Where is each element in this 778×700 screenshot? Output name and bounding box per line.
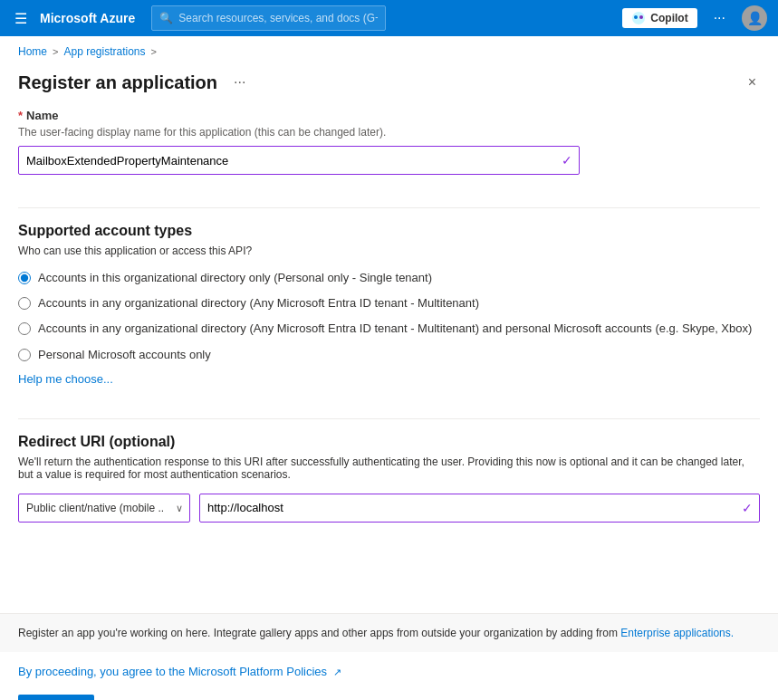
copilot-button[interactable]: Copilot	[622, 8, 696, 28]
account-types-title: Supported account types	[18, 223, 760, 239]
breadcrumb-sep-2: >	[151, 46, 157, 57]
nav-bar: ☰ Microsoft Azure 🔍 Copilot ··· 👤	[0, 0, 778, 36]
redirect-uri-title: Redirect URI (optional)	[18, 434, 760, 450]
radio-multitenant-personal-label: Accounts in any organizational directory…	[38, 321, 752, 337]
redirect-uri-input[interactable]	[199, 494, 760, 523]
svg-point-0	[632, 12, 645, 24]
account-types-section: Supported account types Who can use this…	[0, 207, 778, 404]
register-section: Register	[0, 687, 778, 700]
close-button[interactable]: ×	[744, 71, 760, 94]
radio-multitenant-label: Accounts in any organizational directory…	[38, 295, 479, 312]
name-input[interactable]	[18, 146, 580, 175]
page-header: Register an application ··· ×	[0, 63, 778, 109]
azure-brand-title: Microsoft Azure	[40, 11, 135, 25]
page-more-icon[interactable]: ···	[228, 72, 251, 92]
footer-info: Register an app you're working on here. …	[0, 613, 778, 652]
external-link-icon: ↗	[333, 666, 341, 677]
radio-option-multitenant-personal[interactable]: Accounts in any organizational directory…	[18, 321, 760, 337]
account-types-description: Who can use this application or access t…	[18, 245, 760, 257]
help-me-choose-link[interactable]: Help me choose...	[18, 372, 113, 386]
client-type-select[interactable]: Web Single-page application (SPA) Public…	[18, 494, 190, 523]
breadcrumb-home[interactable]: Home	[18, 45, 47, 58]
global-search-box[interactable]: 🔍	[151, 5, 386, 31]
main-container: Home > App registrations > Register an a…	[0, 36, 778, 700]
footer-info-text: Register an app you're working on here. …	[18, 627, 618, 639]
policy-text: By proceeding, you agree to the Microsof…	[18, 665, 327, 678]
radio-single-tenant[interactable]	[18, 272, 31, 284]
radio-multitenant-personal[interactable]	[18, 322, 31, 335]
spacer	[0, 559, 778, 595]
radio-multitenant[interactable]	[18, 297, 31, 310]
name-label-text: Name	[26, 109, 58, 122]
radio-personal-only[interactable]	[18, 349, 31, 361]
name-check-icon: ✓	[562, 153, 572, 168]
name-section: * Name The user-facing display name for …	[0, 109, 778, 193]
client-type-select-wrapper: Web Single-page application (SPA) Public…	[18, 494, 190, 523]
register-button[interactable]: Register	[18, 695, 94, 700]
copilot-icon	[631, 11, 646, 25]
name-field-label: * Name	[18, 109, 760, 122]
nav-more-icon[interactable]: ···	[706, 6, 733, 30]
search-icon: 🔍	[159, 12, 173, 24]
uri-check-icon: ✓	[742, 501, 753, 515]
breadcrumb: Home > App registrations >	[0, 36, 778, 63]
svg-point-1	[634, 15, 638, 19]
radio-personal-only-label: Personal Microsoft accounts only	[38, 347, 211, 363]
radio-option-multitenant[interactable]: Accounts in any organizational directory…	[18, 295, 760, 312]
page-header-left: Register an application ···	[18, 72, 251, 93]
user-avatar[interactable]: 👤	[742, 5, 767, 31]
breadcrumb-sep-1: >	[53, 46, 58, 57]
divider-2	[18, 418, 760, 419]
redirect-uri-description: We'll return the authentication response…	[18, 455, 760, 481]
uri-input-wrapper: ✓	[199, 494, 760, 523]
name-input-wrapper: ✓	[18, 146, 580, 175]
radio-option-single-tenant[interactable]: Accounts in this organizational director…	[18, 270, 760, 286]
policy-section: By proceeding, you agree to the Microsof…	[0, 652, 778, 687]
name-field-description: The user-facing display name for this ap…	[18, 126, 760, 139]
redirect-uri-row: Web Single-page application (SPA) Public…	[18, 494, 760, 523]
redirect-uri-section: Redirect URI (optional) We'll return the…	[0, 418, 778, 541]
search-input[interactable]	[178, 12, 378, 24]
account-types-radio-group: Accounts in this organizational director…	[18, 270, 760, 363]
radio-single-tenant-label: Accounts in this organizational director…	[38, 270, 432, 286]
breadcrumb-app-registrations[interactable]: App registrations	[63, 45, 145, 58]
required-star: *	[18, 109, 23, 122]
svg-point-2	[639, 15, 643, 19]
divider-1	[18, 207, 760, 208]
radio-option-personal-only[interactable]: Personal Microsoft accounts only	[18, 347, 760, 363]
enterprise-applications-link[interactable]: Enterprise applications.	[620, 627, 734, 639]
copilot-label: Copilot	[650, 12, 687, 24]
hamburger-menu-icon[interactable]: ☰	[11, 6, 31, 31]
platform-policies-link[interactable]: By proceeding, you agree to the Microsof…	[18, 665, 341, 678]
avatar-icon: 👤	[747, 11, 763, 25]
page-title: Register an application	[18, 72, 217, 93]
